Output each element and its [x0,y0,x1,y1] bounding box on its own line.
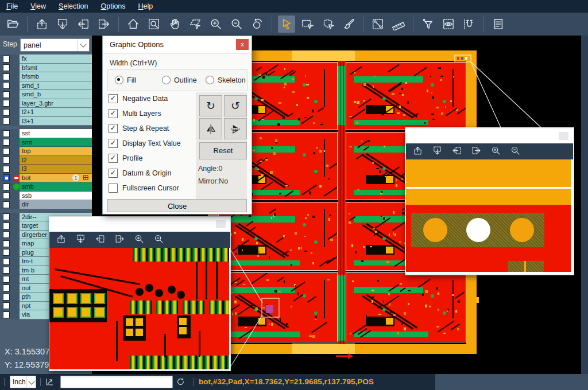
layer-visibility-checkbox[interactable] [0,108,13,117]
tool-filter-icon[interactable] [419,15,436,33]
layer-visibility-checkbox[interactable] [0,302,13,311]
layer-visibility-checkbox[interactable] [0,275,13,284]
layer-visibility-checkbox[interactable] [0,192,13,201]
layer-visibility-checkbox[interactable] [0,174,13,183]
layer-row-smt[interactable]: smt [0,138,92,147]
layer-visibility-checkbox[interactable] [0,72,13,81]
tool-pan-up-icon[interactable] [56,234,66,246]
command-input[interactable] [60,376,173,388]
tool-measure-line-icon[interactable] [369,15,386,33]
tool-brush-icon[interactable] [340,15,357,33]
rotate-cw-button[interactable]: ↻ [199,95,222,116]
layer-name[interactable]: bot1 [20,174,92,183]
radio-icon[interactable] [162,76,171,84]
layer-name[interactable]: sst [20,129,92,138]
checkbox-step-repeat[interactable]: ✓Step & Repeat [109,124,169,133]
layer-visibility-checkbox[interactable] [0,231,13,240]
menu-view[interactable]: View [24,0,52,13]
layer-name[interactable]: layer_3.gbr [20,99,92,108]
layer-name[interactable]: top [20,147,92,156]
tool-snap-icon[interactable] [461,15,478,33]
layer-row-sst[interactable]: sst [0,129,92,138]
radio-icon[interactable] [206,76,214,84]
checkbox-icon[interactable]: ✓ [109,169,118,178]
checkbox-icon[interactable]: ✓ [109,109,118,118]
layer-row-l2[interactable]: l2 [0,156,92,165]
tool-select-cursor-icon[interactable] [278,15,295,33]
flip-horizontal-button[interactable] [199,118,222,139]
dialog-title-bar[interactable]: Graphic Options x [103,36,252,54]
menu-options[interactable]: Options [94,0,131,13]
menu-help[interactable]: Help [132,0,160,13]
layer-visibility-checkbox[interactable] [0,81,13,91]
tool-pan-right-icon[interactable] [471,146,481,158]
layer-row-l3+1[interactable]: l3+1 [0,117,92,126]
tool-pan-down-icon[interactable] [76,234,86,246]
radio-fill[interactable]: Fill [115,76,136,84]
tool-zoom-previous-icon[interactable] [249,15,266,33]
magnifier-window-detail[interactable] [49,216,231,371]
layer-name[interactable]: l3 [20,165,92,174]
layer-visibility-checkbox[interactable] [0,117,13,126]
tool-pan-left-icon[interactable] [75,15,92,33]
magnifier-window-corner[interactable] [405,127,574,275]
tool-zoom-in-icon[interactable] [491,146,501,158]
tool-pan-right-icon[interactable] [115,234,125,246]
window-button[interactable] [216,220,226,228]
tool-select-group-icon[interactable] [319,15,336,33]
layer-row-ssb[interactable]: ssb [0,192,92,201]
checkbox-icon[interactable] [109,184,118,193]
tool-select-rectangle-icon[interactable] [299,15,316,33]
layer-visibility-checkbox[interactable] [0,257,13,266]
magnifier-title-bar[interactable] [406,128,573,143]
layer-name[interactable]: smd_t [20,81,92,91]
checkbox-display-text-value[interactable]: ✓Display Text Value [109,139,181,148]
tool-pan-left-icon[interactable] [452,146,462,158]
layer-visibility-checkbox[interactable] [0,165,13,174]
layer-row-smd_b[interactable]: smd_b [0,90,92,99]
tool-view-options-icon[interactable] [440,15,457,33]
layer-visibility-checkbox[interactable] [0,221,13,231]
layer-visibility-checkbox[interactable] [0,239,13,248]
tool-open-file-icon[interactable] [4,15,21,33]
canvas-right-scroll-strip[interactable] [581,36,588,374]
tool-zoom-window-icon[interactable] [145,15,163,33]
graphic-options-dialog[interactable]: Graphic Options x Width (Ctrl+W) FillOut… [102,36,252,214]
layer-visibility-checkbox[interactable] [0,292,13,302]
layer-name[interactable]: bfsmb [20,72,92,81]
tool-zoom-in-icon[interactable] [134,234,144,246]
layer-name[interactable]: smd_b [20,90,92,99]
tool-zoom-in-icon[interactable] [207,15,225,33]
tool-pan-down-icon[interactable] [432,146,442,158]
layer-row-l3[interactable]: l3 [0,165,92,174]
layer-row-smb[interactable]: smb [0,182,92,192]
window-button[interactable] [559,132,568,140]
layer-name[interactable]: smb [20,182,92,192]
layer-name[interactable]: dir [20,200,92,209]
layer-row-fx[interactable]: fx [0,54,92,64]
close-button[interactable]: Close [107,199,247,212]
flip-vertical-button[interactable] [224,118,247,139]
sync-icon[interactable] [176,377,185,389]
tool-pan-hand-icon[interactable] [166,15,183,33]
step-select[interactable]: panel [20,38,90,52]
tool-pan-left-icon[interactable] [95,234,105,246]
layer-name[interactable]: l2 [20,156,92,165]
tool-zoom-dynamic-icon[interactable] [187,15,204,33]
tool-zoom-out-icon[interactable] [228,15,245,33]
checkbox-icon[interactable]: ✓ [109,94,118,103]
layer-visibility-checkbox[interactable] [0,54,13,64]
tool-zoom-out-icon[interactable] [510,146,520,158]
layer-visibility-checkbox[interactable] [0,284,13,293]
layer-name[interactable]: fx [20,54,92,64]
magnifier-corner-view[interactable] [406,159,571,272]
magnifier-detail-view[interactable] [49,248,229,369]
menu-file[interactable]: File [0,0,24,13]
layer-visibility-checkbox[interactable] [0,147,13,156]
checkbox-multi-layers[interactable]: ✓Multi Layers [109,109,161,118]
tool-pan-down-icon[interactable] [54,15,71,33]
layer-visibility-checkbox[interactable] [0,64,13,73]
layer-row-bfsmt[interactable]: bfsmt [0,64,92,73]
reset-button[interactable]: Reset [199,142,247,159]
chevron-down-icon[interactable] [77,39,89,51]
